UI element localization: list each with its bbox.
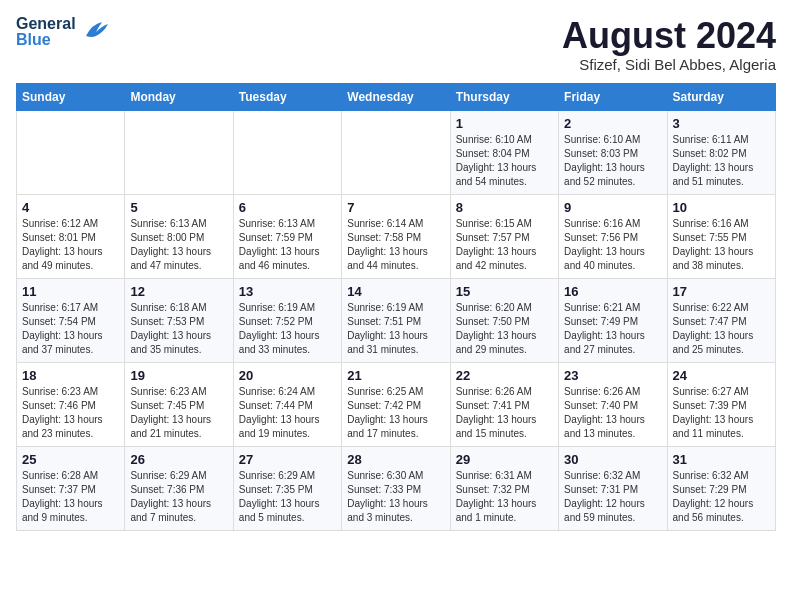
day-number: 8 [456, 200, 553, 215]
day-number: 7 [347, 200, 444, 215]
day-number: 21 [347, 368, 444, 383]
day-number: 29 [456, 452, 553, 467]
calendar-cell: 5Sunrise: 6:13 AMSunset: 8:00 PMDaylight… [125, 194, 233, 278]
calendar-cell [233, 110, 341, 194]
calendar-cell: 7Sunrise: 6:14 AMSunset: 7:58 PMDaylight… [342, 194, 450, 278]
day-number: 23 [564, 368, 661, 383]
day-number: 26 [130, 452, 227, 467]
day-number: 15 [456, 284, 553, 299]
calendar-cell [342, 110, 450, 194]
day-info: Sunrise: 6:12 AMSunset: 8:01 PMDaylight:… [22, 217, 119, 273]
day-number: 6 [239, 200, 336, 215]
day-info: Sunrise: 6:17 AMSunset: 7:54 PMDaylight:… [22, 301, 119, 357]
calendar-cell: 18Sunrise: 6:23 AMSunset: 7:46 PMDayligh… [17, 362, 125, 446]
col-header-saturday: Saturday [667, 83, 775, 110]
calendar-cell: 28Sunrise: 6:30 AMSunset: 7:33 PMDayligh… [342, 446, 450, 530]
day-number: 20 [239, 368, 336, 383]
calendar-cell: 19Sunrise: 6:23 AMSunset: 7:45 PMDayligh… [125, 362, 233, 446]
calendar-table: SundayMondayTuesdayWednesdayThursdayFrid… [16, 83, 776, 531]
day-info: Sunrise: 6:16 AMSunset: 7:56 PMDaylight:… [564, 217, 661, 273]
title-area: August 2024 Sfizef, Sidi Bel Abbes, Alge… [562, 16, 776, 73]
calendar-cell: 10Sunrise: 6:16 AMSunset: 7:55 PMDayligh… [667, 194, 775, 278]
calendar-cell [17, 110, 125, 194]
header: General Blue August 2024 Sfizef, Sidi Be… [16, 16, 776, 73]
day-info: Sunrise: 6:19 AMSunset: 7:51 PMDaylight:… [347, 301, 444, 357]
calendar-cell: 21Sunrise: 6:25 AMSunset: 7:42 PMDayligh… [342, 362, 450, 446]
calendar-cell: 6Sunrise: 6:13 AMSunset: 7:59 PMDaylight… [233, 194, 341, 278]
calendar-cell: 22Sunrise: 6:26 AMSunset: 7:41 PMDayligh… [450, 362, 558, 446]
day-number: 28 [347, 452, 444, 467]
day-number: 18 [22, 368, 119, 383]
day-info: Sunrise: 6:29 AMSunset: 7:35 PMDaylight:… [239, 469, 336, 525]
day-info: Sunrise: 6:25 AMSunset: 7:42 PMDaylight:… [347, 385, 444, 441]
logo-bird-icon [82, 18, 110, 46]
day-number: 19 [130, 368, 227, 383]
day-info: Sunrise: 6:11 AMSunset: 8:02 PMDaylight:… [673, 133, 770, 189]
calendar-cell: 26Sunrise: 6:29 AMSunset: 7:36 PMDayligh… [125, 446, 233, 530]
location-subtitle: Sfizef, Sidi Bel Abbes, Algeria [562, 56, 776, 73]
day-info: Sunrise: 6:10 AMSunset: 8:03 PMDaylight:… [564, 133, 661, 189]
calendar-week-3: 11Sunrise: 6:17 AMSunset: 7:54 PMDayligh… [17, 278, 776, 362]
calendar-cell: 25Sunrise: 6:28 AMSunset: 7:37 PMDayligh… [17, 446, 125, 530]
col-header-sunday: Sunday [17, 83, 125, 110]
day-number: 4 [22, 200, 119, 215]
calendar-week-5: 25Sunrise: 6:28 AMSunset: 7:37 PMDayligh… [17, 446, 776, 530]
calendar-cell [125, 110, 233, 194]
day-info: Sunrise: 6:32 AMSunset: 7:31 PMDaylight:… [564, 469, 661, 525]
calendar-cell: 13Sunrise: 6:19 AMSunset: 7:52 PMDayligh… [233, 278, 341, 362]
calendar-header-row: SundayMondayTuesdayWednesdayThursdayFrid… [17, 83, 776, 110]
day-number: 3 [673, 116, 770, 131]
calendar-cell: 27Sunrise: 6:29 AMSunset: 7:35 PMDayligh… [233, 446, 341, 530]
day-number: 2 [564, 116, 661, 131]
day-number: 31 [673, 452, 770, 467]
day-number: 1 [456, 116, 553, 131]
day-info: Sunrise: 6:13 AMSunset: 8:00 PMDaylight:… [130, 217, 227, 273]
day-info: Sunrise: 6:22 AMSunset: 7:47 PMDaylight:… [673, 301, 770, 357]
calendar-cell: 14Sunrise: 6:19 AMSunset: 7:51 PMDayligh… [342, 278, 450, 362]
day-info: Sunrise: 6:18 AMSunset: 7:53 PMDaylight:… [130, 301, 227, 357]
day-number: 14 [347, 284, 444, 299]
calendar-cell: 3Sunrise: 6:11 AMSunset: 8:02 PMDaylight… [667, 110, 775, 194]
calendar-cell: 4Sunrise: 6:12 AMSunset: 8:01 PMDaylight… [17, 194, 125, 278]
day-number: 9 [564, 200, 661, 215]
calendar-week-4: 18Sunrise: 6:23 AMSunset: 7:46 PMDayligh… [17, 362, 776, 446]
day-info: Sunrise: 6:26 AMSunset: 7:40 PMDaylight:… [564, 385, 661, 441]
month-year-title: August 2024 [562, 16, 776, 56]
col-header-wednesday: Wednesday [342, 83, 450, 110]
col-header-tuesday: Tuesday [233, 83, 341, 110]
day-info: Sunrise: 6:15 AMSunset: 7:57 PMDaylight:… [456, 217, 553, 273]
calendar-cell: 17Sunrise: 6:22 AMSunset: 7:47 PMDayligh… [667, 278, 775, 362]
day-info: Sunrise: 6:19 AMSunset: 7:52 PMDaylight:… [239, 301, 336, 357]
day-number: 5 [130, 200, 227, 215]
day-number: 10 [673, 200, 770, 215]
col-header-monday: Monday [125, 83, 233, 110]
calendar-cell: 2Sunrise: 6:10 AMSunset: 8:03 PMDaylight… [559, 110, 667, 194]
col-header-friday: Friday [559, 83, 667, 110]
calendar-cell: 31Sunrise: 6:32 AMSunset: 7:29 PMDayligh… [667, 446, 775, 530]
calendar-week-1: 1Sunrise: 6:10 AMSunset: 8:04 PMDaylight… [17, 110, 776, 194]
day-info: Sunrise: 6:28 AMSunset: 7:37 PMDaylight:… [22, 469, 119, 525]
calendar-cell: 9Sunrise: 6:16 AMSunset: 7:56 PMDaylight… [559, 194, 667, 278]
logo-line2: Blue [16, 32, 76, 48]
day-number: 16 [564, 284, 661, 299]
day-number: 17 [673, 284, 770, 299]
calendar-cell: 20Sunrise: 6:24 AMSunset: 7:44 PMDayligh… [233, 362, 341, 446]
calendar-cell: 29Sunrise: 6:31 AMSunset: 7:32 PMDayligh… [450, 446, 558, 530]
day-info: Sunrise: 6:24 AMSunset: 7:44 PMDaylight:… [239, 385, 336, 441]
day-number: 13 [239, 284, 336, 299]
calendar-cell: 11Sunrise: 6:17 AMSunset: 7:54 PMDayligh… [17, 278, 125, 362]
day-info: Sunrise: 6:14 AMSunset: 7:58 PMDaylight:… [347, 217, 444, 273]
calendar-cell: 15Sunrise: 6:20 AMSunset: 7:50 PMDayligh… [450, 278, 558, 362]
day-info: Sunrise: 6:13 AMSunset: 7:59 PMDaylight:… [239, 217, 336, 273]
day-info: Sunrise: 6:23 AMSunset: 7:46 PMDaylight:… [22, 385, 119, 441]
day-info: Sunrise: 6:20 AMSunset: 7:50 PMDaylight:… [456, 301, 553, 357]
day-info: Sunrise: 6:30 AMSunset: 7:33 PMDaylight:… [347, 469, 444, 525]
day-number: 22 [456, 368, 553, 383]
col-header-thursday: Thursday [450, 83, 558, 110]
calendar-cell: 12Sunrise: 6:18 AMSunset: 7:53 PMDayligh… [125, 278, 233, 362]
calendar-cell: 16Sunrise: 6:21 AMSunset: 7:49 PMDayligh… [559, 278, 667, 362]
day-info: Sunrise: 6:26 AMSunset: 7:41 PMDaylight:… [456, 385, 553, 441]
day-info: Sunrise: 6:10 AMSunset: 8:04 PMDaylight:… [456, 133, 553, 189]
day-info: Sunrise: 6:32 AMSunset: 7:29 PMDaylight:… [673, 469, 770, 525]
calendar-cell: 30Sunrise: 6:32 AMSunset: 7:31 PMDayligh… [559, 446, 667, 530]
